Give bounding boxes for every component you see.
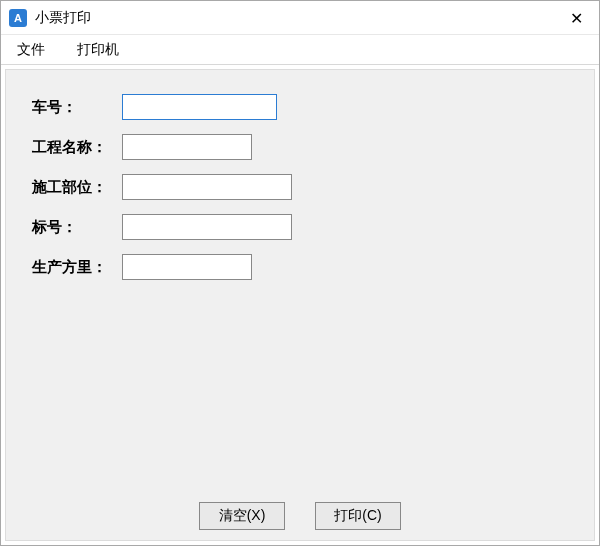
close-icon: ✕ xyxy=(570,9,583,28)
app-icon: A xyxy=(9,9,27,27)
label-production-volume: 生产方里： xyxy=(32,258,122,277)
label-project-name: 工程名称： xyxy=(32,138,122,157)
clear-button[interactable]: 清空(X) xyxy=(199,502,285,530)
row-production-volume: 生产方里： xyxy=(32,254,568,280)
row-construction-part: 施工部位： xyxy=(32,174,568,200)
titlebar: A 小票打印 ✕ xyxy=(1,1,599,35)
window-root: A 小票打印 ✕ 文件 打印机 车号： 工程名称： 施工部位： 标号： 生产方里… xyxy=(0,0,600,546)
label-grade: 标号： xyxy=(32,218,122,237)
window-title: 小票打印 xyxy=(35,9,91,27)
input-production-volume[interactable] xyxy=(122,254,252,280)
row-vehicle-no: 车号： xyxy=(32,94,568,120)
input-construction-part[interactable] xyxy=(122,174,292,200)
input-vehicle-no[interactable] xyxy=(122,94,277,120)
row-project-name: 工程名称： xyxy=(32,134,568,160)
menu-file[interactable]: 文件 xyxy=(13,39,49,61)
row-grade: 标号： xyxy=(32,214,568,240)
print-button[interactable]: 打印(C) xyxy=(315,502,401,530)
input-project-name[interactable] xyxy=(122,134,252,160)
input-grade[interactable] xyxy=(122,214,292,240)
menu-printer[interactable]: 打印机 xyxy=(73,39,123,61)
client-area: 车号： 工程名称： 施工部位： 标号： 生产方里： 清空(X) 打印(C) xyxy=(5,69,595,541)
button-bar: 清空(X) 打印(C) xyxy=(6,502,594,530)
label-vehicle-no: 车号： xyxy=(32,98,122,117)
label-construction-part: 施工部位： xyxy=(32,178,122,197)
close-button[interactable]: ✕ xyxy=(553,1,599,35)
menubar: 文件 打印机 xyxy=(1,35,599,65)
